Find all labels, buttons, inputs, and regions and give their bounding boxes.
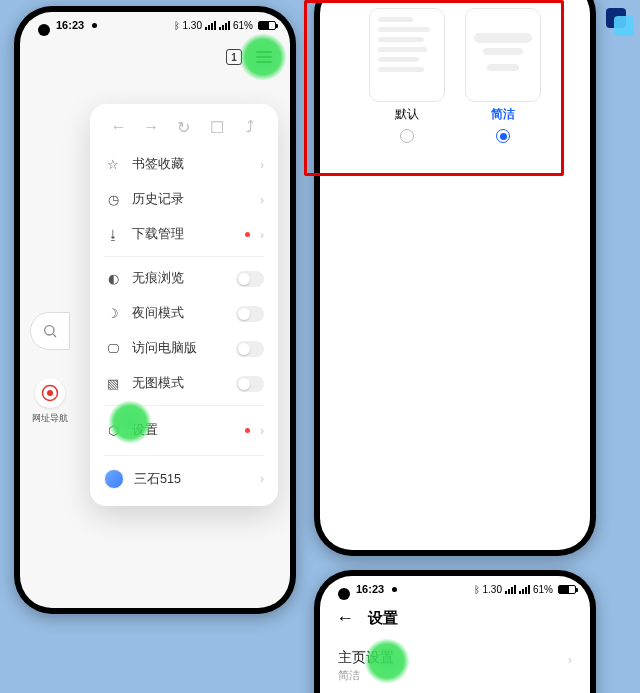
menu-nav-row: ← → ↻ ☐ ⤴	[90, 110, 278, 147]
site-nav-label: 网址导航	[32, 412, 68, 425]
moon-icon: ☽	[104, 306, 122, 321]
pin-icon	[41, 384, 59, 402]
setting-title: 主页设置	[338, 649, 572, 667]
phone-top-right: 默认 简洁	[314, 0, 596, 556]
camera-punch	[38, 24, 50, 36]
mask-icon: ◐	[104, 271, 122, 286]
monitor-icon: 🖵	[104, 342, 122, 356]
overflow-menu: ← → ↻ ☐ ⤴ ☆ 书签收藏 › ◷ 历史记录 › ⭳ 下载管理 ›	[90, 104, 278, 506]
image-off-icon: ▧	[104, 376, 122, 391]
svg-point-3	[47, 390, 53, 396]
status-time: 16:23	[356, 583, 384, 595]
battery-icon	[558, 585, 576, 594]
chevron-right-icon: ›	[260, 472, 264, 486]
download-icon: ⭳	[104, 228, 122, 242]
signal-icon-2	[519, 585, 530, 594]
star-icon: ☆	[104, 157, 122, 172]
style-option-simple[interactable]	[465, 8, 541, 102]
homepage-style-chooser: 默认 简洁	[320, 0, 590, 149]
menu-desktop[interactable]: 🖵 访问电脑版	[90, 331, 278, 366]
phone-left: 16:23 ᛒ 1.30 61% 1	[14, 6, 296, 614]
menu-noimage[interactable]: ▧ 无图模式	[90, 366, 278, 401]
menu-bookmarks[interactable]: ☆ 书签收藏 ›	[90, 147, 278, 182]
search-button[interactable]	[30, 312, 70, 350]
chevron-right-icon: ›	[260, 228, 264, 242]
setting-sub: 简洁	[338, 669, 572, 683]
avatar	[104, 469, 124, 489]
bt-icon: ᛒ	[474, 584, 480, 595]
toggle-off[interactable]	[236, 271, 264, 287]
menu-settings[interactable]: ⬡ 设置 ›	[90, 410, 278, 451]
signal-icon	[505, 585, 516, 594]
settings-titlebar: ← 设置	[320, 602, 590, 635]
status-bar: 16:23 ᛒ 1.30 61%	[320, 576, 590, 602]
svg-point-0	[45, 326, 54, 335]
chevron-right-icon: ›	[260, 193, 264, 207]
radio-simple[interactable]	[496, 129, 510, 143]
back-icon[interactable]: ←	[109, 118, 127, 137]
chevron-right-icon: ›	[260, 424, 264, 438]
setting-homepage[interactable]: 主页设置 简洁 ›	[320, 635, 590, 683]
menu-account[interactable]: 三石515 ›	[90, 460, 278, 498]
style-label: 默认	[395, 106, 419, 123]
site-nav-button[interactable]	[35, 378, 65, 408]
battery-pct: 61%	[533, 584, 553, 595]
clock-icon: ◷	[104, 192, 122, 207]
toggle-off[interactable]	[236, 306, 264, 322]
badge-dot	[245, 232, 250, 237]
menu-night[interactable]: ☽ 夜间模式	[90, 296, 278, 331]
bookmark-icon[interactable]: ☐	[208, 118, 226, 137]
net-label: 1.30	[483, 584, 502, 595]
toggle-off[interactable]	[236, 376, 264, 392]
phone-bottom-right: 16:23 ᛒ 1.30 61% ← 设置 主页设置 简洁 ›	[314, 570, 596, 693]
menu-history[interactable]: ◷ 历史记录 ›	[90, 182, 278, 217]
forward-icon[interactable]: →	[142, 118, 160, 137]
brand-badge	[606, 8, 634, 36]
camera-punch	[338, 588, 350, 600]
radio-default[interactable]	[400, 129, 414, 143]
style-label: 简洁	[491, 106, 515, 123]
style-option-default[interactable]	[369, 8, 445, 102]
search-icon	[42, 323, 58, 339]
chevron-right-icon: ›	[568, 653, 572, 667]
chevron-right-icon: ›	[260, 158, 264, 172]
gear-icon: ⬡	[104, 423, 122, 438]
page-title: 设置	[368, 609, 398, 628]
svg-line-1	[53, 334, 56, 337]
reload-icon[interactable]: ↻	[175, 118, 193, 137]
back-button[interactable]: ←	[336, 608, 354, 629]
share-icon[interactable]: ⤴	[241, 118, 259, 137]
menu-downloads[interactable]: ⭳ 下载管理 ›	[90, 217, 278, 252]
badge-dot	[245, 428, 250, 433]
menu-incognito[interactable]: ◐ 无痕浏览	[90, 261, 278, 296]
toggle-off[interactable]	[236, 341, 264, 357]
home-rail: 网址导航	[30, 312, 70, 425]
